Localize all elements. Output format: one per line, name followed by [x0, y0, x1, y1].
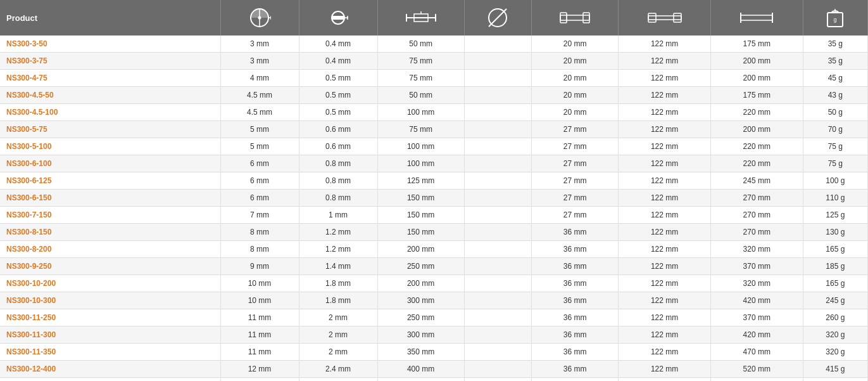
data-cell: 125 mm — [377, 172, 464, 190]
data-cell: 0.5 mm — [299, 104, 377, 121]
data-cell: 270 mm — [710, 207, 803, 224]
data-cell: 320 g — [803, 344, 867, 361]
product-name-cell[interactable]: NS300-4.5-50 — [0, 87, 220, 104]
product-name-cell[interactable]: NS300-11-250 — [0, 309, 220, 326]
product-name-cell[interactable]: NS300-6-100 — [0, 155, 220, 172]
data-cell: 36 mm — [532, 292, 619, 309]
data-cell: 1.4 mm — [299, 258, 377, 275]
col-header-6 — [619, 0, 711, 36]
product-name-cell[interactable]: NS300-8-150 — [0, 224, 220, 241]
data-cell: 400 mm — [377, 361, 464, 378]
data-cell: 36 mm — [532, 361, 619, 378]
data-cell: 1.2 mm — [299, 224, 377, 241]
product-name-cell[interactable]: NS300-4-75 — [0, 70, 220, 87]
data-cell — [464, 258, 532, 275]
data-cell: 20 mm — [532, 87, 619, 104]
product-name-cell[interactable]: NS300-4.5-100 — [0, 104, 220, 121]
data-cell: 36 mm — [532, 224, 619, 241]
data-cell: 1 mm — [299, 207, 377, 224]
data-cell: 220 mm — [710, 155, 803, 172]
data-cell: 220 mm — [710, 104, 803, 121]
data-cell: 570 mm — [710, 378, 803, 382]
data-cell — [464, 104, 532, 121]
data-cell: 3 mm — [220, 53, 299, 70]
data-cell: 320 mm — [710, 275, 803, 292]
product-name-cell[interactable]: NS300-3-50 — [0, 36, 220, 53]
data-cell: 1.2 mm — [299, 241, 377, 258]
product-name-cell[interactable]: NS300-5-100 — [0, 138, 220, 155]
data-cell: 110 g — [803, 190, 867, 207]
product-name-cell[interactable]: NS300-12-400 — [0, 361, 220, 378]
data-cell — [464, 70, 532, 87]
svg-point-2 — [258, 16, 261, 20]
data-cell: 420 mm — [710, 292, 803, 309]
data-cell: 4.5 mm — [220, 87, 299, 104]
data-cell: 270 mm — [710, 224, 803, 241]
svg-rect-20 — [648, 16, 681, 20]
table-row: NS300-13-45013 mm2.4 mm450 mm36 mm122 mm… — [0, 378, 868, 382]
product-name-cell[interactable]: NS300-10-200 — [0, 275, 220, 292]
data-cell: 50 g — [803, 104, 867, 121]
data-cell: 20 mm — [532, 104, 619, 121]
product-name-cell[interactable]: NS300-5-75 — [0, 121, 220, 138]
data-cell — [464, 361, 532, 378]
col-header-4 — [464, 0, 532, 36]
product-name-cell[interactable]: NS300-7-150 — [0, 207, 220, 224]
data-cell: 100 mm — [377, 104, 464, 121]
product-name-cell[interactable]: NS300-10-300 — [0, 292, 220, 309]
data-cell: 10 mm — [220, 292, 299, 309]
data-cell — [464, 190, 532, 207]
data-cell: 27 mm — [532, 207, 619, 224]
data-cell: 0.8 mm — [299, 172, 377, 190]
data-cell: 0.4 mm — [299, 36, 377, 53]
data-cell: 0.6 mm — [299, 121, 377, 138]
data-cell — [464, 121, 532, 138]
data-cell: 75 mm — [377, 121, 464, 138]
data-cell: 245 mm — [710, 172, 803, 190]
data-cell: 27 mm — [532, 155, 619, 172]
data-cell: 36 mm — [532, 241, 619, 258]
product-name-cell[interactable]: NS300-11-300 — [0, 326, 220, 344]
data-cell — [464, 292, 532, 309]
data-cell: 11 mm — [220, 309, 299, 326]
data-cell: 122 mm — [619, 224, 711, 241]
svg-text:g: g — [834, 16, 837, 23]
product-name-cell[interactable]: NS300-11-350 — [0, 344, 220, 361]
product-name-cell[interactable]: NS300-9-250 — [0, 258, 220, 275]
data-cell: 3 mm — [220, 36, 299, 53]
data-cell — [464, 138, 532, 155]
product-name-cell[interactable]: NS300-13-450 — [0, 378, 220, 382]
data-cell — [464, 207, 532, 224]
data-cell — [464, 224, 532, 241]
data-cell: 122 mm — [619, 87, 711, 104]
data-cell: 200 mm — [710, 121, 803, 138]
data-cell: 27 mm — [532, 138, 619, 155]
data-cell: 300 mm — [377, 292, 464, 309]
data-cell: 520 mm — [710, 361, 803, 378]
data-cell: 100 mm — [377, 155, 464, 172]
data-cell: 6 mm — [220, 155, 299, 172]
data-cell: 50 mm — [377, 87, 464, 104]
data-cell: 122 mm — [619, 190, 711, 207]
product-name-cell[interactable]: NS300-3-75 — [0, 53, 220, 70]
data-cell: 4 mm — [220, 70, 299, 87]
table-row: NS300-6-1256 mm0.8 mm125 mm27 mm122 mm24… — [0, 172, 868, 190]
product-name-cell[interactable]: NS300-6-125 — [0, 172, 220, 190]
data-cell — [464, 53, 532, 70]
data-cell: 45 g — [803, 70, 867, 87]
data-cell: 100 mm — [377, 138, 464, 155]
table-row: NS300-5-1005 mm0.6 mm100 mm27 mm122 mm22… — [0, 138, 868, 155]
data-cell: 9 mm — [220, 258, 299, 275]
data-cell: 420 mm — [710, 326, 803, 344]
table-row: NS300-6-1506 mm0.8 mm150 mm27 mm122 mm27… — [0, 190, 868, 207]
data-cell: 320 mm — [710, 241, 803, 258]
data-cell: 122 mm — [619, 241, 711, 258]
data-cell: 7 mm — [220, 207, 299, 224]
col-header-2 — [299, 0, 377, 36]
data-cell: 320 g — [803, 326, 867, 344]
data-cell: 12 mm — [220, 361, 299, 378]
table-row: NS300-3-753 mm0.4 mm75 mm20 mm122 mm200 … — [0, 53, 868, 70]
product-name-cell[interactable]: NS300-6-150 — [0, 190, 220, 207]
data-cell: 0.5 mm — [299, 70, 377, 87]
product-name-cell[interactable]: NS300-8-200 — [0, 241, 220, 258]
